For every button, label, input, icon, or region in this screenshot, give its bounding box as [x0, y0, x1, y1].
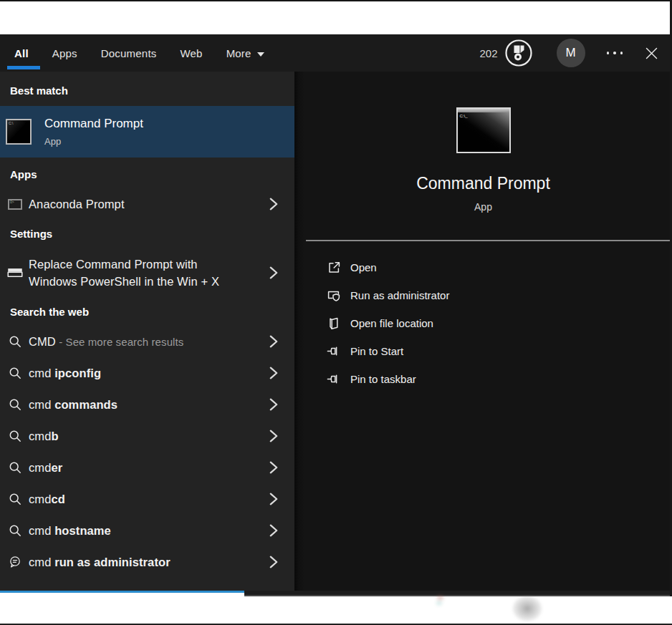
- web-suggestion-cmd-run-as-administrator-label: cmd run as administrator: [29, 556, 171, 569]
- chevron-right-icon[interactable]: [269, 461, 278, 475]
- web-suggestion-cmd-hostname-label: cmd hostname: [29, 524, 111, 538]
- web-suggestion-cmdb[interactable]: cmdb: [0, 420, 294, 452]
- section-header-apps: Apps: [0, 168, 294, 182]
- run-as-admin-icon: [327, 289, 341, 302]
- taskbar: [0, 591, 672, 625]
- chevron-right-icon[interactable]: [269, 524, 278, 538]
- pin-icon: [327, 372, 341, 386]
- search-icon: [7, 461, 23, 474]
- chevron-right-icon[interactable]: [269, 430, 278, 443]
- file-location-icon: [327, 316, 341, 330]
- web-suggestion-cmd-run-as-administrator[interactable]: cmd run as administrator: [0, 546, 294, 578]
- flyout-bottom-shadow: [244, 591, 672, 596]
- chevron-right-icon[interactable]: [269, 493, 278, 506]
- chevron-right-icon[interactable]: [269, 266, 278, 280]
- web-suggestion-cmd-ipconfig-label: cmd ipconfig: [29, 367, 101, 380]
- web-suggestion-cmdb-label: cmdb: [29, 430, 59, 443]
- action-label: Run as administrator: [350, 289, 449, 301]
- taskbar-search-box[interactable]: [0, 591, 244, 625]
- web-suggestion-cmd-commands-label: cmd commands: [29, 398, 117, 412]
- settings-result-replace-cmd-label: Replace Command Prompt with Windows Powe…: [29, 256, 244, 291]
- taskbar-icon-blur-red: [437, 596, 443, 600]
- user-avatar[interactable]: M: [557, 39, 585, 67]
- best-match-subtitle: App: [44, 136, 143, 147]
- search-icon: [7, 335, 23, 348]
- top-white-strip: [0, 0, 672, 34]
- preview-app-name: Command Prompt: [294, 174, 672, 193]
- web-suggestion-cmd-label: CMD - See more search results: [29, 335, 183, 349]
- command-prompt-icon: C:\: [6, 119, 32, 145]
- tab-documents[interactable]: Documents: [101, 47, 157, 59]
- search-icon: [7, 493, 23, 505]
- tabs-bar-right-cluster: 202 M: [479, 34, 672, 72]
- pin-icon: [327, 344, 341, 358]
- search-icon: [7, 398, 23, 411]
- chevron-right-icon[interactable]: [269, 556, 278, 569]
- web-suggestion-cmd-hostname[interactable]: cmd hostname: [0, 515, 294, 546]
- tab-all[interactable]: All: [14, 47, 29, 59]
- search-icon: [7, 430, 23, 442]
- close-icon[interactable]: [645, 47, 658, 60]
- best-match-result[interactable]: C:\ Command Prompt App: [0, 106, 294, 158]
- search-results-panel: Best match C:\ Command Prompt App Apps 0…: [0, 72, 294, 591]
- tab-web[interactable]: Web: [180, 47, 202, 59]
- console-window-icon: 0>: [7, 199, 23, 210]
- caret-down-icon: [256, 47, 265, 59]
- web-suggestion-cmdcd[interactable]: cmdcd: [0, 483, 294, 515]
- tab-more[interactable]: More: [226, 47, 265, 59]
- action-pin-to-start[interactable]: Pin to Start: [294, 337, 672, 365]
- action-run-as-administrator[interactable]: Run as administrator: [294, 281, 672, 309]
- action-label: Pin to Start: [350, 345, 403, 357]
- search-flyout: AllAppsDocumentsWebMore 202 M Best match…: [0, 0, 672, 625]
- best-match-title: Command Prompt: [44, 117, 143, 131]
- chevron-right-icon[interactable]: [269, 367, 278, 380]
- command-prompt-icon-large: C:\_: [456, 107, 511, 153]
- search-icon: [7, 367, 23, 379]
- web-suggestion-cmder-label: cmder: [29, 461, 62, 475]
- app-result-anaconda-prompt[interactable]: 0> Anaconda Prompt: [0, 188, 294, 220]
- action-open-file-location[interactable]: Open file location: [294, 309, 672, 337]
- app-result-anaconda-prompt-label: Anaconda Prompt: [29, 198, 125, 211]
- chevron-right-icon[interactable]: [269, 335, 278, 349]
- chevron-right-icon[interactable]: [269, 198, 278, 211]
- rewards-medal-icon[interactable]: [504, 39, 533, 67]
- search-icon: [7, 524, 23, 537]
- taskbar-icon-blur-teal: [436, 601, 442, 605]
- action-label: Open: [350, 261, 377, 273]
- chat-bubble-icon: [7, 556, 23, 568]
- section-header-search-the-web: Search the web: [0, 305, 294, 319]
- preview-panel: C:\_ Command Prompt App OpenRun as admin…: [294, 72, 672, 591]
- cursor-smudge: [512, 595, 543, 622]
- web-suggestion-cmd[interactable]: CMD - See more search results: [0, 326, 294, 357]
- preview-divider: [306, 240, 672, 241]
- web-suggestion-cmd-ipconfig[interactable]: cmd ipconfig: [0, 357, 294, 389]
- action-pin-to-taskbar[interactable]: Pin to taskbar: [294, 365, 672, 393]
- window-icon: [7, 266, 23, 279]
- web-suggestion-cmd-commands[interactable]: cmd commands: [0, 389, 294, 420]
- rewards-points: 202: [479, 47, 497, 59]
- web-suggestion-cmder[interactable]: cmder: [0, 452, 294, 483]
- action-label: Pin to taskbar: [350, 373, 416, 385]
- tab-apps[interactable]: Apps: [52, 47, 77, 59]
- action-label: Open file location: [350, 317, 433, 329]
- active-tab-underline: [7, 66, 40, 69]
- settings-result-replace-cmd[interactable]: Replace Command Prompt with Windows Powe…: [0, 246, 294, 300]
- section-header-settings: Settings: [0, 227, 294, 241]
- open-icon: [327, 261, 341, 274]
- chevron-right-icon[interactable]: [269, 398, 278, 412]
- web-suggestion-cmdcd-label: cmdcd: [29, 493, 65, 506]
- overflow-menu-icon[interactable]: [607, 52, 623, 54]
- action-open[interactable]: Open: [294, 253, 672, 281]
- preview-app-type: App: [294, 201, 672, 213]
- section-header-best-match: Best match: [0, 84, 294, 98]
